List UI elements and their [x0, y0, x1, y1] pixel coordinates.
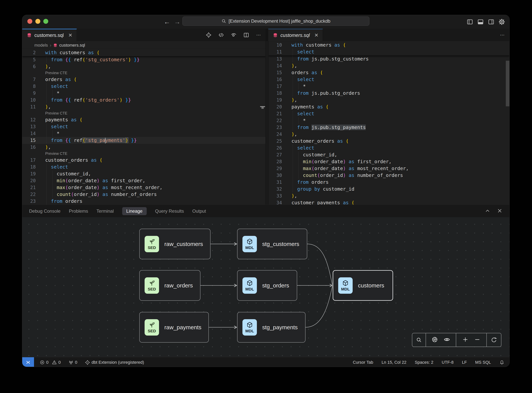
code-line[interactable]: 12payments as ( [22, 116, 265, 123]
code-line[interactable]: 23 from js.pub.stg_payments [268, 124, 509, 131]
panel-tab-terminal[interactable]: Terminal [96, 208, 114, 214]
code-line[interactable]: 10with customers as ( [268, 42, 509, 49]
settings-gear-icon[interactable] [498, 19, 505, 25]
lineage-visibility-button[interactable] [444, 336, 450, 344]
code-line[interactable]: 32 group by customer_id [268, 186, 509, 192]
close-icon[interactable]: ✕ [68, 32, 72, 38]
code-line[interactable]: 20payments as ( [268, 103, 509, 110]
code-line[interactable]: 14), [268, 62, 509, 69]
status-item-lf[interactable]: LF [462, 360, 467, 365]
code-line[interactable]: 31 from orders [268, 179, 509, 186]
code-line[interactable]: 18 from js.pub.stg_orders [268, 90, 509, 97]
lineage-node-raw_orders[interactable]: SEDraw_orders [139, 270, 201, 301]
code-line[interactable]: 2with customers as ( [22, 49, 265, 56]
status-item-utf-8[interactable]: UTF-8 [442, 360, 454, 365]
command-center-search[interactable]: [Extension Development Host] jaffle_shop… [182, 17, 369, 26]
problems-status[interactable]: 0 0 [40, 360, 61, 365]
code-line[interactable]: 14 * [22, 130, 265, 137]
code-line[interactable]: 17customer_orders as ( [22, 157, 265, 164]
code-line[interactable]: 21 max(order_date) as most_recent_order, [22, 184, 265, 191]
panel-chevron-up-icon[interactable] [485, 208, 490, 214]
lineage-node-stg_payments[interactable]: MDLstg_payments [237, 312, 306, 343]
more-actions-icon[interactable]: ⋯ [499, 31, 506, 39]
panel-tab-query-results[interactable]: Query Results [155, 208, 184, 214]
close-window-button[interactable] [27, 19, 32, 24]
code-line[interactable]: 13 select [22, 123, 265, 130]
status-item-ms-sql[interactable]: MS SQL [475, 360, 491, 365]
code-line[interactable]: 21 select [268, 110, 509, 117]
panel-tab-lineage[interactable]: Lineage [122, 207, 147, 215]
code-line[interactable]: 6), [22, 63, 265, 70]
code-line[interactable]: 16 select [268, 76, 509, 83]
code-line[interactable]: 27 customer_id, [268, 151, 509, 158]
zoom-in-button[interactable] [462, 337, 468, 343]
forward-button[interactable]: → [173, 15, 181, 29]
lineage-node-stg_orders[interactable]: MDLstg_orders [237, 270, 297, 301]
code-line[interactable]: 25customer_orders as ( [268, 138, 509, 145]
lineage-canvas[interactable]: SEDraw_customersMDLstg_customersSEDraw_o… [22, 217, 509, 357]
tab-customers-sql-left[interactable]: customers.sql ✕ [22, 29, 77, 41]
more-actions-icon[interactable]: ⋯ [255, 31, 263, 39]
zoom-out-button[interactable] [474, 337, 480, 343]
toggle-panel-icon[interactable] [477, 19, 484, 25]
breadcrumb-folder[interactable]: models [34, 43, 48, 48]
code-line[interactable]: 22 count(order_id) as number_of_orders [22, 191, 265, 198]
code-line[interactable]: 8 select [22, 83, 265, 90]
lineage-refresh-button[interactable] [487, 333, 501, 347]
ports-status[interactable]: 0 [68, 360, 77, 365]
code-line[interactable]: 22 * [268, 117, 509, 124]
split-editor-icon[interactable] [242, 31, 250, 39]
editor-pane-left[interactable]: models › customers.sql 2with customers a… [22, 41, 265, 205]
code-line[interactable]: 17 * [268, 83, 509, 90]
code-line[interactable]: 30 count(order_id) as number_of_orders [268, 172, 509, 179]
lineage-node-stg_customers[interactable]: MDLstg_customers [237, 229, 307, 259]
code-line[interactable]: 16), [22, 144, 265, 151]
vertical-scrollbar[interactable] [506, 61, 509, 106]
code-area-right[interactable]: 13 from js.pub.stg_customers14),15orders… [268, 55, 509, 205]
status-item-ln-15-col-22[interactable]: Ln 15, Col 22 [382, 360, 406, 365]
close-icon[interactable]: ✕ [314, 32, 318, 38]
code-line[interactable]: 11 select [268, 49, 509, 55]
editor-pane-right[interactable]: 10with customers as (11 select 13 from j… [268, 41, 509, 205]
scrollbar-marker[interactable] [260, 106, 265, 107]
code-line[interactable]: 24), [268, 131, 509, 138]
code-line[interactable]: 19), [268, 97, 509, 103]
breadcrumb[interactable]: models › customers.sql [22, 41, 265, 49]
pane-divider[interactable] [265, 41, 268, 205]
code-line[interactable]: 34customer_payments as ( [268, 199, 509, 205]
toggle-secondary-sidebar-icon[interactable] [488, 19, 494, 25]
code-line[interactable]: 20 min(order_date) as first_order, [22, 177, 265, 184]
code-area-left[interactable]: 5 from {{ ref('stg_customers') }}6),Prev… [22, 56, 265, 205]
code-line[interactable]: 23 from orders [22, 198, 265, 205]
code-line[interactable]: 18 select [22, 164, 265, 170]
editor-group-sash[interactable] [266, 29, 268, 41]
codelens-preview-cte[interactable]: Preview CTE [22, 151, 265, 157]
lineage-search-button[interactable] [412, 333, 426, 347]
dbt-power-user-icon[interactable] [205, 31, 212, 39]
bell-icon[interactable] [499, 360, 504, 365]
back-button[interactable]: ← [163, 15, 171, 29]
code-line[interactable]: 11), [22, 103, 265, 110]
compiled-code-icon[interactable] [217, 31, 225, 39]
status-item-cursor-tab[interactable]: Cursor Tab [353, 360, 373, 365]
code-line[interactable]: 29 max(order_date) as most_recent_order, [268, 165, 509, 172]
remote-indicator[interactable] [22, 357, 34, 367]
panel-tab-output[interactable]: Output [192, 208, 206, 214]
dbt-extension-status[interactable]: dbt Extension (unregistered) [85, 360, 144, 365]
code-line[interactable]: 26 select [268, 145, 509, 151]
tab-customers-sql-right[interactable]: customers.sql ✕ [268, 29, 323, 41]
lineage-node-raw_payments[interactable]: SEDraw_payments [139, 312, 209, 343]
code-line[interactable]: 33), [268, 192, 509, 199]
code-line[interactable]: 10 from {{ ref('stg_orders') }} [22, 97, 265, 103]
panel-tab-debug-console[interactable]: Debug Console [29, 208, 60, 214]
codelens-preview-cte[interactable]: Preview CTE [22, 110, 265, 116]
panel-close-icon[interactable] [497, 208, 503, 214]
open-preview-icon[interactable] [230, 31, 238, 39]
zoom-window-button[interactable] [43, 19, 48, 24]
codelens-preview-cte[interactable]: Preview CTE [22, 70, 265, 76]
code-line[interactable]: 19 customer_id, [22, 170, 265, 177]
panel-tab-problems[interactable]: Problems [69, 208, 88, 214]
code-line[interactable]: 15 from {{ ref('stg_payments') }} [22, 137, 265, 144]
code-line[interactable]: 28 min(order_date) as first_order, [268, 158, 509, 165]
toggle-primary-sidebar-icon[interactable] [466, 19, 473, 25]
